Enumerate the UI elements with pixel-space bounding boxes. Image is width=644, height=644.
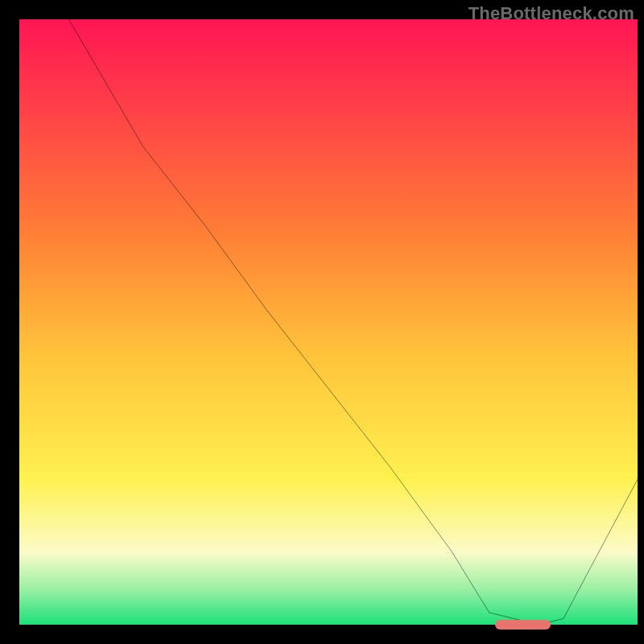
optimal-range-marker xyxy=(495,620,551,630)
plot-area xyxy=(19,19,638,625)
watermark-text: TheBottleneck.com xyxy=(469,3,634,24)
curve-path xyxy=(19,19,638,625)
bottleneck-curve xyxy=(19,19,638,625)
chart-frame: TheBottleneck.com xyxy=(0,0,644,644)
